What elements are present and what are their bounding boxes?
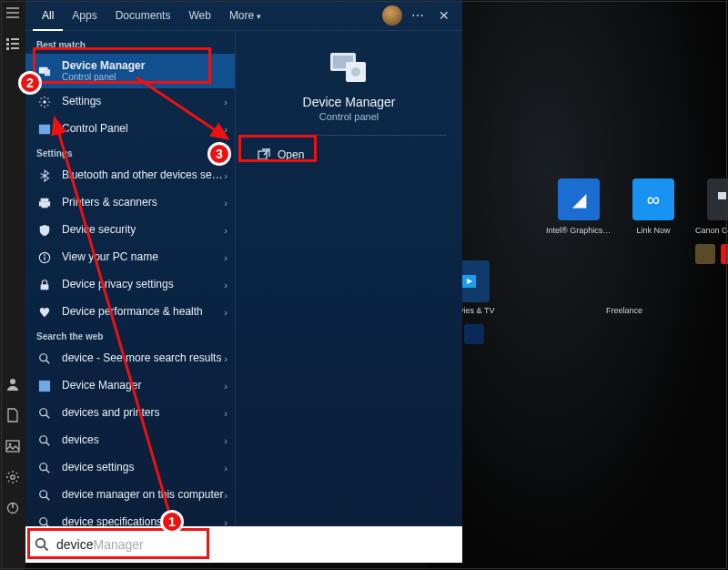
tile-intel-graphics[interactable]: ◢Intel® Graphics C… [546, 178, 612, 235]
result-label: Settings [62, 96, 224, 107]
user-avatar[interactable] [382, 5, 402, 25]
person-icon[interactable] [5, 377, 20, 392]
chevron-right-icon: › [224, 170, 228, 181]
svg-point-20 [44, 254, 46, 256]
chevron-right-icon: › [224, 252, 228, 263]
result-control-panel[interactable]: Control Panel › [25, 116, 235, 143]
tile-label: Freelance [606, 306, 672, 315]
tab-web[interactable]: Web [179, 0, 219, 31]
preview-subtitle: Control panel [319, 111, 379, 122]
left-icon-rail [0, 0, 25, 570]
hamburger-icon[interactable] [5, 5, 20, 20]
preview-pane: Device Manager Control panel Open [235, 31, 462, 526]
svg-point-8 [9, 443, 12, 446]
header-settings: Settings [25, 143, 235, 162]
result-web-device-manager[interactable]: Device Manager› [25, 372, 235, 400]
svg-rect-1 [11, 38, 19, 40]
chevron-right-icon: › [224, 381, 228, 392]
chevron-right-icon: › [224, 353, 228, 364]
svg-point-36 [351, 67, 360, 76]
svg-rect-3 [11, 43, 19, 45]
result-label: Device Manager [62, 380, 224, 392]
document-icon[interactable] [5, 408, 20, 422]
result-web-device[interactable]: device - See more search results› [25, 345, 235, 372]
svg-rect-15 [41, 198, 49, 202]
result-web-device-settings[interactable]: device settings› [25, 454, 235, 482]
tile-canon-printer[interactable]: Canon G2010 Pr… [695, 178, 728, 235]
svg-rect-19 [44, 257, 45, 260]
svg-point-13 [43, 100, 46, 104]
svg-point-27 [40, 491, 47, 498]
result-pc-name[interactable]: View your PC name› [25, 244, 235, 271]
svg-rect-2 [6, 43, 9, 46]
tile-small-app[interactable] [695, 244, 715, 264]
search-filter-tabs: All Apps Documents Web More▾ ⋯ ✕ [25, 0, 462, 31]
lock-icon [36, 277, 53, 293]
search-icon [36, 460, 53, 476]
results-list: Best match Device Manager Control panel … [25, 31, 235, 526]
open-label: Open [278, 148, 304, 161]
chevron-right-icon: › [224, 463, 228, 473]
tab-more[interactable]: More▾ [220, 0, 270, 31]
list-icon[interactable] [5, 36, 20, 51]
result-label: Printers & scanners [62, 197, 224, 209]
tab-all[interactable]: All [33, 0, 63, 31]
search-input[interactable]: deviceManager [25, 526, 462, 563]
result-label: Control Panel [62, 123, 224, 135]
chevron-right-icon: › [224, 517, 228, 526]
tile-small-netflix[interactable] [721, 244, 728, 264]
chevron-right-icon: › [224, 307, 228, 318]
search-icon [35, 537, 49, 552]
svg-point-26 [40, 463, 47, 471]
result-label: device specifications [62, 516, 224, 526]
result-label: device manager on this computer [62, 489, 224, 501]
control-panel-icon [36, 121, 53, 137]
tile-label: Intel® Graphics C… [546, 226, 612, 235]
search-icon [36, 405, 53, 422]
result-web-devices-printers[interactable]: devices and printers› [25, 400, 235, 427]
bluetooth-icon [36, 168, 53, 184]
svg-rect-37 [258, 151, 267, 159]
result-settings-app[interactable]: Settings › [25, 88, 235, 116]
more-options-icon[interactable]: ⋯ [408, 8, 428, 23]
tile-label: Canon G2010 Pr… [695, 226, 728, 235]
picture-icon[interactable] [5, 439, 20, 453]
result-label: Device privacy settings [62, 279, 224, 290]
tile-small-apps-row [695, 244, 728, 264]
result-label: device settings [62, 462, 224, 473]
svg-rect-17 [42, 205, 48, 209]
tab-apps[interactable]: Apps [63, 0, 106, 31]
result-device-privacy[interactable]: Device privacy settings› [25, 271, 235, 299]
close-icon[interactable]: ✕ [433, 8, 455, 23]
preview-title: Device Manager [303, 95, 396, 109]
chevron-right-icon: › [224, 97, 228, 107]
chevron-right-icon: › [224, 280, 228, 290]
result-label: View your PC name [62, 251, 224, 263]
printer-icon [36, 195, 53, 211]
desktop-background: ◢Intel® Graphics C… ∞Link Now Canon G201… [428, 0, 728, 570]
app-icon [36, 378, 53, 394]
tile-small-app[interactable] [464, 324, 484, 344]
header-best-match: Best match [25, 35, 235, 54]
svg-rect-5 [11, 47, 19, 49]
tile-link-now[interactable]: ∞Link Now [621, 178, 686, 235]
chevron-right-icon: › [224, 124, 228, 135]
result-web-devices[interactable]: devices› [25, 427, 235, 454]
result-bluetooth-settings[interactable]: Bluetooth and other devices settings› [25, 162, 235, 189]
result-subtitle: Control panel [62, 72, 228, 82]
svg-rect-14 [39, 125, 50, 135]
open-action[interactable]: Open [258, 141, 304, 168]
gear-icon[interactable] [5, 470, 20, 484]
result-printers[interactable]: Printers & scanners› [25, 189, 235, 217]
result-web-device-spec[interactable]: device specifications› [25, 509, 235, 526]
power-icon[interactable] [5, 501, 20, 515]
chevron-right-icon: › [224, 198, 228, 209]
svg-point-28 [40, 518, 47, 525]
tab-documents[interactable]: Documents [106, 0, 180, 31]
result-device-performance[interactable]: Device performance & health› [25, 299, 235, 326]
result-device-manager[interactable]: Device Manager Control panel [25, 54, 235, 88]
result-title: Device Manager [62, 60, 228, 72]
result-device-security[interactable]: Device security› [25, 217, 235, 244]
search-panel: All Apps Documents Web More▾ ⋯ ✕ Best ma… [25, 0, 462, 526]
result-web-dm-computer[interactable]: device manager on this computer› [25, 482, 235, 509]
